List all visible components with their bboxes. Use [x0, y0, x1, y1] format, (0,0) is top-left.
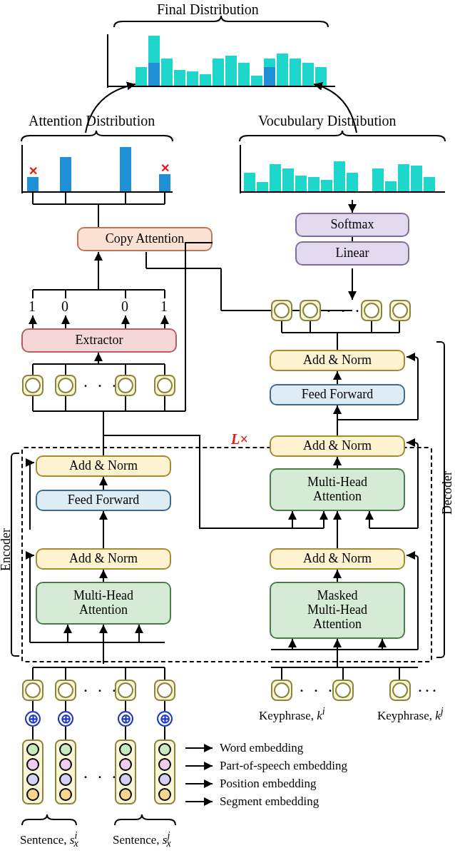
extr-out-2: 0 — [121, 298, 128, 315]
emb-col-1 — [55, 740, 76, 804]
attn-axis-y — [21, 145, 23, 193]
add-icon: ⊕ — [25, 711, 41, 727]
attn-hist — [27, 145, 170, 191]
add-icon: ⊕ — [58, 711, 73, 727]
enc-in-token-3 — [154, 680, 175, 701]
softmax-block: Softmax — [295, 213, 409, 237]
dec-mha: Multi-Head Attention — [270, 468, 405, 511]
extr-out-1: 0 — [61, 298, 68, 315]
dots-icon: · · · — [300, 681, 335, 700]
dec-addnorm-3: Add & Norm — [270, 350, 405, 371]
enc-in-token-0 — [22, 680, 44, 701]
enc-addnorm-2: Add & Norm — [36, 455, 171, 477]
extr-out-0: 1 — [29, 298, 36, 315]
dec-out-token-0 — [271, 300, 292, 321]
dots-icon: · · · — [83, 681, 119, 700]
extractor-block: Extractor — [21, 328, 177, 353]
keyphrase-j-label: Keyphrase, kj — [377, 705, 444, 723]
diagram-root: Final Distribution Attention Di — [0, 0, 455, 868]
sentence-i-label: Sentence, six — [20, 829, 78, 849]
final-axis-x — [107, 86, 335, 87]
dec-in-token-1 — [332, 680, 354, 701]
legend-word: Word embedding — [220, 741, 303, 755]
top-braces — [0, 0, 455, 868]
add-icon: ⊕ — [118, 711, 133, 727]
dots-icon: ··· — [418, 681, 439, 700]
vocab-hist — [244, 145, 435, 191]
add-icon: ⊕ — [157, 711, 173, 727]
enc-mha: Multi-Head Attention — [36, 582, 171, 625]
dots-icon: · · · — [83, 376, 119, 395]
vocab-axis-x — [240, 191, 445, 193]
enc-out-token-2 — [115, 375, 136, 396]
decoder-label: Decoder — [440, 471, 455, 515]
emb-col-2 — [115, 740, 136, 804]
L-label: L× — [231, 431, 248, 448]
emb-col-0 — [22, 740, 44, 804]
dec-in-token-2 — [389, 680, 411, 701]
keyphrase-i-label: Keyphrase, ki — [259, 705, 325, 723]
dec-addnorm-2: Add & Norm — [270, 435, 405, 457]
copy-attention-block: Copy Attention — [77, 227, 213, 251]
emb-col-3 — [154, 740, 175, 804]
encoder-label: Encoder — [0, 528, 14, 571]
vocab-axis-y — [240, 145, 241, 193]
dots-icon: · · · — [327, 301, 362, 321]
enc-in-token-2 — [115, 680, 136, 701]
dec-out-token-1 — [300, 300, 321, 321]
final-dist-label: Final Distribution — [157, 1, 259, 18]
legend-position: Position embedding — [220, 777, 317, 791]
enc-out-token-0 — [22, 375, 44, 396]
enc-addnorm-1: Add & Norm — [36, 548, 171, 570]
enc-in-token-1 — [55, 680, 76, 701]
dots-icon: · · · — [83, 767, 119, 787]
final-axis-y — [107, 34, 108, 88]
sentence-j-label: Sentence, sjx — [113, 829, 171, 849]
dec-in-token-0 — [271, 680, 292, 701]
attn-axis-x — [21, 191, 173, 193]
attn-dist-label: Attention Distribution — [29, 113, 155, 129]
dec-out-token-2 — [361, 300, 382, 321]
dec-feedforward: Feed Forward — [270, 384, 405, 405]
enc-feedforward: Feed Forward — [36, 490, 171, 511]
enc-out-token-3 — [154, 375, 175, 396]
extr-out-3: 1 — [160, 298, 168, 315]
enc-out-token-1 — [55, 375, 76, 396]
legend-pos: Part-of-speech embedding — [220, 759, 347, 773]
final-hist-blue — [110, 34, 275, 86]
legend-segment: Segment embedding — [220, 794, 319, 809]
dec-addnorm-1: Add & Norm — [270, 548, 405, 570]
dec-out-token-3 — [389, 300, 411, 321]
dec-masked-mha: Masked Multi-Head Attention — [270, 582, 405, 639]
linear-block: Linear — [295, 241, 409, 266]
vocab-dist-label: Vocubulary Distribution — [258, 113, 397, 129]
